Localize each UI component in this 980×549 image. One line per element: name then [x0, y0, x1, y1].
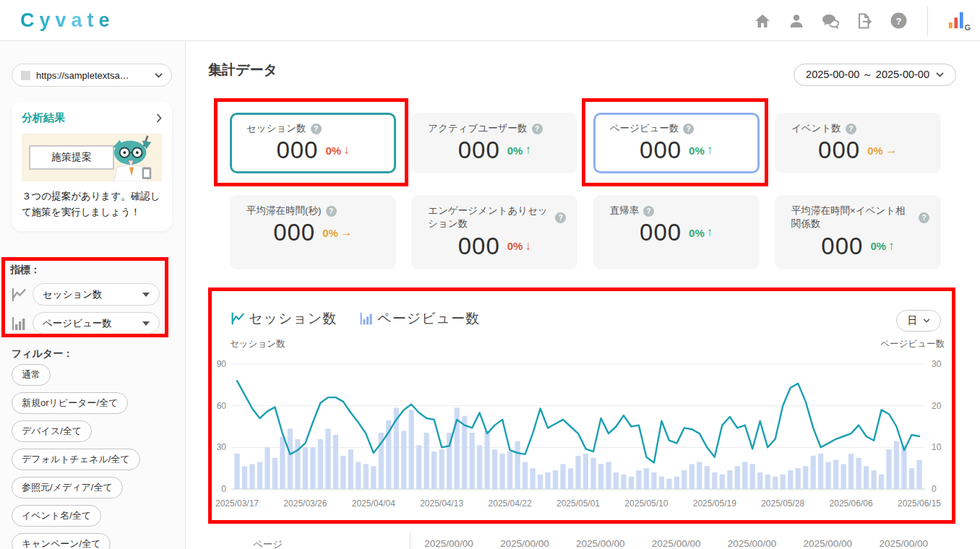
kpi-card-5[interactable]: エンゲージメントありセッション数?0000%↓ — [411, 195, 577, 269]
table-date-header: 2025/00/00 — [776, 538, 852, 549]
google-analytics-icon[interactable]: G — [947, 12, 971, 30]
help-icon[interactable]: ? — [919, 212, 929, 223]
table-date-header: 2025/00/00 — [700, 538, 776, 549]
kpi-label: エンゲージメントありセッション数 — [428, 204, 551, 230]
kpi-change: 0%↑ — [870, 239, 894, 254]
help-icon[interactable]: ? — [683, 124, 694, 134]
svg-text:2025/04/04: 2025/04/04 — [352, 498, 395, 509]
kpi-value: 000 — [818, 137, 860, 164]
analysis-results-card: 分析結果 施策提案 — [12, 101, 172, 231]
table-date-header: 2025/00/00 — [397, 538, 473, 549]
chevron-down-icon — [155, 73, 163, 78]
svg-text:60: 60 — [217, 401, 227, 411]
trend-flat-icon: → — [340, 225, 353, 240]
user-icon[interactable] — [787, 12, 806, 30]
svg-text:90: 90 — [217, 359, 227, 369]
date-range-value: 2025-00-00 ～ 2025-00-00 — [806, 68, 929, 82]
timeseries-chart[interactable]: 030609001020302025/03/172025/03/262025/0… — [210, 351, 953, 510]
filter-pill[interactable]: デバイス/全て — [12, 420, 92, 442]
kpi-value: 000 — [640, 219, 682, 246]
dropdown-arrow-icon — [142, 293, 150, 297]
trend-up-icon: ↑ — [888, 239, 895, 254]
kpi-label: ページビュー数 — [610, 122, 679, 135]
kpi-change: 0%→ — [322, 225, 353, 240]
filter-pill[interactable]: 参照元/メディア/全て — [12, 477, 123, 498]
svg-text:2025/05/01: 2025/05/01 — [556, 498, 600, 509]
chart-panel: セッション数ページビュー数 日 セッション数 ページビュー数 030609001… — [208, 288, 955, 523]
filter-pill[interactable]: キャンペーン/全て — [12, 533, 111, 549]
metric-selectors: 指標： セッション数 ページビュー数 — [1, 257, 168, 337]
legend-label: セッション数 — [249, 309, 337, 328]
table-date-headers: 2025/00/002025/00/002025/00/002025/00/00… — [397, 538, 928, 549]
kpi-label: イベント数 — [791, 122, 841, 135]
kpi-card-1[interactable]: アクティブユーザー数?0000%↑ — [411, 113, 577, 173]
help-icon[interactable]: ? — [532, 124, 543, 134]
svg-text:2025/03/17: 2025/03/17 — [215, 498, 259, 509]
svg-text:2025/06/06: 2025/06/06 — [830, 498, 873, 509]
chat-icon[interactable] — [821, 12, 840, 30]
kpi-change: 0%↑ — [689, 143, 713, 157]
date-range-selector[interactable]: 2025-00-00 ～ 2025-00-00 — [794, 64, 956, 86]
app-header: Cyvate ? G — [0, 0, 980, 41]
main-content: 集計データ 2025-00-00 ～ 2025-00-00 セッション数?000… — [186, 41, 980, 549]
kpi-change: 0%↓ — [507, 239, 531, 254]
bar-chart-icon — [358, 311, 374, 327]
data-table-preview: ページ 2025/00/002025/00/002025/00/002025/0… — [186, 535, 980, 549]
proposal-button[interactable]: 施策提案 — [29, 145, 114, 170]
svg-text:20: 20 — [932, 401, 942, 411]
legend-item: セッション数 — [230, 309, 337, 328]
help-icon[interactable]: ? — [555, 212, 566, 223]
line-chart-icon — [10, 286, 27, 303]
metrics-label: 指標： — [10, 264, 160, 277]
home-icon[interactable] — [753, 12, 772, 30]
app-logo[interactable]: Cyvate — [20, 9, 115, 32]
svg-text:30: 30 — [217, 442, 227, 452]
chevron-right-icon[interactable] — [156, 113, 162, 123]
kpi-card-4[interactable]: 平均滞在時間(秒)?0000%→ — [230, 195, 396, 269]
proposal-message: ３つの提案があります。確認して施策を実行しましょう！ — [22, 189, 162, 221]
kpi-label: 直帰率 — [610, 204, 640, 217]
svg-text:2025/04/13: 2025/04/13 — [420, 498, 463, 509]
filter-pill[interactable]: 通常 — [12, 364, 51, 386]
help-icon[interactable]: ? — [643, 206, 654, 217]
svg-text:30: 30 — [932, 359, 942, 369]
svg-text:2025/03/26: 2025/03/26 — [283, 498, 327, 509]
line-chart-icon — [230, 311, 246, 327]
kpi-value: 000 — [458, 233, 500, 260]
svg-text:G: G — [965, 23, 971, 32]
filter-pill[interactable]: デフォルトチェネル/全て — [12, 449, 140, 470]
filter-pill[interactable]: イベント名/全て — [12, 505, 101, 527]
kpi-change: 0%↓ — [325, 143, 349, 157]
kpi-card-3[interactable]: イベント数?0000%→ — [775, 113, 941, 173]
kpi-card-6[interactable]: 直帰率?0000%↑ — [593, 195, 760, 269]
chevron-down-icon — [923, 319, 930, 323]
help-icon[interactable]: ? — [326, 206, 337, 217]
table-col-page: ページ — [253, 538, 283, 549]
help-icon[interactable]: ? — [889, 12, 908, 30]
metric-select-line[interactable]: セッション数 — [33, 283, 160, 306]
site-selector[interactable]: https://sampletextsa… — [12, 64, 172, 87]
granularity-value: 日 — [908, 314, 918, 327]
help-icon[interactable]: ? — [846, 124, 856, 134]
analysis-results-title: 分析結果 — [22, 111, 65, 125]
svg-text:2025/05/10: 2025/05/10 — [624, 498, 668, 509]
granularity-selector[interactable]: 日 — [896, 310, 941, 332]
kpi-card-0[interactable]: セッション数?0000%↓ — [230, 113, 396, 173]
metric-select-bar[interactable]: ページビュー数 — [33, 312, 160, 334]
trend-up-icon: ↑ — [707, 143, 713, 157]
filter-pill[interactable]: 新規orリピーター/全て — [12, 392, 128, 414]
export-document-icon[interactable] — [855, 12, 874, 30]
header-icon-bar: ? G — [753, 0, 971, 41]
kpi-label: アクティブユーザー数 — [428, 122, 527, 135]
table-date-header: 2025/00/00 — [549, 538, 625, 549]
site-favicon-placeholder — [21, 71, 30, 80]
legend-label: ページビュー数 — [377, 309, 480, 328]
trend-flat-icon: → — [885, 143, 898, 157]
kpi-card-7[interactable]: 平均滞在時間×イベント相関係数?0000%↑ — [775, 195, 941, 269]
filters-label: フィルター： — [12, 347, 73, 360]
kpi-value: 000 — [821, 233, 863, 260]
bar-chart-icon — [10, 315, 27, 332]
kpi-card-2[interactable]: ページビュー数?0000%↑ — [593, 113, 760, 173]
dropdown-arrow-icon — [142, 321, 150, 326]
help-icon[interactable]: ? — [311, 124, 322, 134]
